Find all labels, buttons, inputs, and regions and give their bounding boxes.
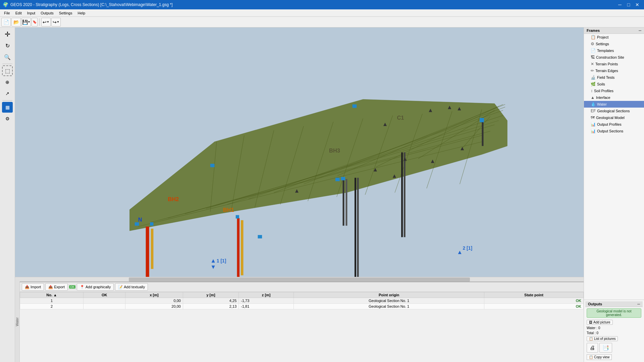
copy-view-button[interactable]: 📋 Copy view — [587, 354, 612, 360]
frame-label-output-profiles: Output Profiles — [597, 122, 622, 126]
top-point — [353, 105, 357, 108]
frame-icon-output-profiles: 📊 — [591, 122, 596, 127]
frame-item-soils[interactable]: 🌿Soils — [584, 81, 644, 87]
add-picture-button[interactable]: 🖼 Add picture — [587, 320, 613, 325]
list-of-pictures-button[interactable]: 📋 List of pictures — [587, 336, 618, 341]
select-rect-tool[interactable]: ⬚ — [2, 65, 13, 76]
add-graphically-button[interactable]: 📍 Add graphically — [77, 283, 114, 291]
total-label: Total : — [587, 331, 596, 335]
borehole-right1-b — [404, 153, 406, 237]
title-bar: 🌍 GEOS 2020 - Stratigraphy (Logs, Cross … — [0, 0, 644, 9]
close-button[interactable]: ✕ — [633, 1, 641, 8]
frame-item-terrain-points[interactable]: ✕Terrain Points — [584, 61, 644, 67]
export-label: Export — [54, 285, 65, 289]
frames-collapse-btn[interactable]: ─ — [639, 28, 641, 33]
frame-item-templates[interactable]: 📄Templates — [584, 47, 644, 54]
col-y: y [m] — [183, 292, 238, 298]
title-bar-left: 🌍 GEOS 2020 - Stratigraphy (Logs, Cross … — [3, 2, 173, 7]
frame-item-construction-site[interactable]: 🏗Construction Site — [584, 54, 644, 61]
menu-item-edit[interactable]: Edit — [13, 9, 24, 17]
frame-icon-geological-sections: EF — [591, 109, 596, 113]
menu-item-help[interactable]: Help — [75, 9, 88, 17]
copy-view-label: Copy view — [594, 355, 609, 359]
rotate-tool[interactable]: ↻ — [2, 40, 13, 51]
frame-item-field-tests[interactable]: 🔬Field Tests — [584, 74, 644, 81]
add-textually-button[interactable]: 📝 Add textually — [115, 283, 148, 291]
table-row[interactable]: 220,002,13-1,81Geological Section No. 1O… — [20, 304, 584, 309]
redo-button[interactable]: ↪▼ — [51, 18, 61, 26]
maximize-button[interactable]: □ — [625, 1, 633, 8]
table-cell — [84, 298, 125, 304]
bh2-label: BH2 — [168, 196, 179, 202]
total-output-row: Total : 0 — [585, 330, 643, 336]
list-of-pictures-label: List of pictures — [594, 337, 615, 341]
zoom-tool[interactable]: 🔍 — [2, 52, 13, 62]
import-label: Import — [31, 285, 41, 289]
frame-icon-output-sections: 📊 — [591, 129, 596, 133]
minimize-button[interactable]: ─ — [616, 1, 624, 8]
open-button[interactable]: 📂 — [11, 18, 21, 26]
toolbar-separator-1 — [39, 18, 40, 26]
menu-item-input[interactable]: Input — [24, 9, 38, 17]
borehole-c1 — [482, 121, 483, 146]
bh1-point — [236, 215, 239, 219]
frame-label-templates: Templates — [597, 49, 614, 53]
frame-icon-water: 💧 — [591, 102, 596, 107]
frame-item-soil-profiles[interactable]: ↕Soil Profiles — [584, 87, 644, 94]
bookmark-button[interactable]: 🔖 — [32, 18, 38, 26]
edge-marker-3 — [335, 178, 340, 181]
table-cell — [84, 304, 125, 309]
frame-icon-soil-profiles: ↕ — [591, 88, 593, 93]
scrollbar-thumb[interactable] — [129, 278, 470, 282]
app-icon: 🌍 — [3, 2, 8, 7]
table-view-tool[interactable]: ▦ — [2, 102, 13, 113]
save-button[interactable]: 💾▼ — [21, 18, 31, 26]
frame-item-output-profiles[interactable]: 📊Output Profiles — [584, 121, 644, 128]
export-button[interactable]: 📤 Export — [45, 283, 68, 291]
menu-item-outputs[interactable]: Outputs — [38, 9, 56, 17]
import-button[interactable]: 📥 Import — [22, 283, 44, 291]
horizontal-scrollbar[interactable] — [15, 277, 584, 282]
undo-button[interactable]: ↩▼ — [41, 18, 51, 26]
col-x: x [m] — [125, 292, 183, 298]
bottom-toolbar: 📥 Import 📤 Export OK 📍 Add graphically 📝… — [20, 282, 584, 292]
col-z: z [m] — [239, 292, 294, 298]
settings-tool[interactable]: ⚙ — [2, 113, 13, 124]
outputs-collapse-btn[interactable]: ─ — [637, 302, 640, 306]
frame-item-settings[interactable]: ⚙Settings — [584, 41, 644, 47]
frame-label-output-sections: Output Sections — [597, 129, 623, 133]
measure-tool[interactable]: ↗ — [2, 88, 13, 99]
data-table: No. ▲ OK x [m] y [m] z [m] Point origin … — [20, 292, 584, 309]
borehole-bh3-2 — [345, 179, 347, 226]
frame-icon-project: 📋 — [591, 35, 596, 40]
new-button[interactable]: 📄 — [1, 18, 11, 26]
frame-item-interface[interactable]: ▲Interface — [584, 94, 644, 101]
frame-item-geological-model[interactable]: 🗺Geological Model — [584, 114, 644, 121]
col-no: No. ▲ — [20, 292, 84, 298]
water-label: Water : — [587, 326, 597, 330]
node-tool[interactable]: ⊕ — [2, 77, 13, 87]
menu-item-file[interactable]: File — [1, 9, 13, 17]
add-picture-icon: 🖼 — [589, 320, 592, 324]
export-pdf-button[interactable]: 📑 — [599, 343, 612, 353]
frame-item-terrain-edges[interactable]: ✏Terrain Edges — [584, 67, 644, 74]
menu-bar: FileEditInputOutputsSettingsHelp — [0, 9, 644, 17]
edge-marker-2 — [258, 235, 262, 238]
data-table-container: No. ▲ OK x [m] y [m] z [m] Point origin … — [20, 292, 584, 362]
col-ok: OK — [84, 292, 125, 298]
menu-item-settings[interactable]: Settings — [56, 9, 75, 17]
list-icon: 📋 — [589, 337, 593, 341]
frame-item-output-sections[interactable]: 📊Output Sections — [584, 128, 644, 134]
move-tool[interactable]: ✛ — [2, 29, 13, 40]
right-bottom: Outputs ─ Geological model is not genera… — [584, 300, 644, 362]
frame-item-water[interactable]: 💧Water — [584, 101, 644, 108]
print-button[interactable]: 🖨 — [587, 343, 598, 353]
borehole-bh2-casing — [151, 229, 154, 269]
table-row[interactable]: 10,004,25-1,73Geological Section No. 1OK — [20, 298, 584, 304]
frame-item-project[interactable]: 📋Project — [584, 34, 644, 41]
borehole-bh1-casing — [241, 220, 244, 275]
title-bar-controls: ─ □ ✕ — [616, 1, 641, 8]
left-tool-separator-2 — [2, 100, 12, 101]
frame-item-geological-sections[interactable]: EFGeological Sections — [584, 108, 644, 114]
bh1-label: BH1 — [223, 207, 234, 213]
